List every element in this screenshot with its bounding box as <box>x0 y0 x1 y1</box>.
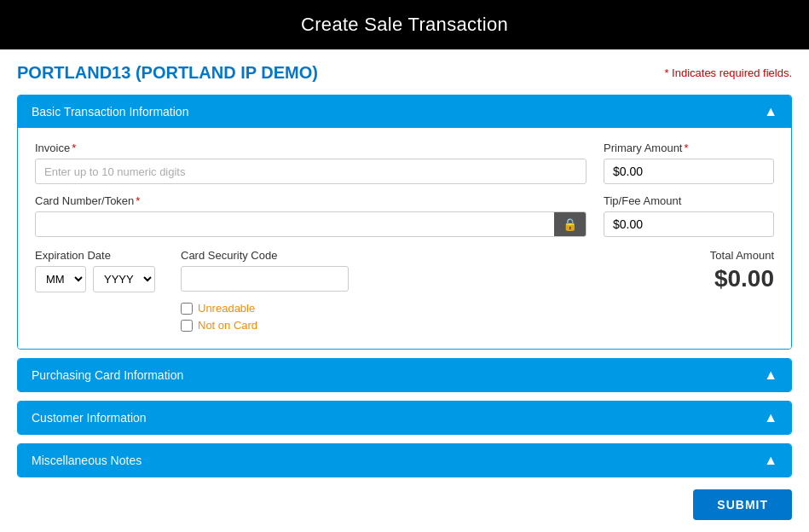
expiration-month-select[interactable]: MM 01 02 03 04 05 06 07 08 09 10 <box>35 266 86 292</box>
purchasing-section-title: Purchasing Card Information <box>32 368 183 382</box>
primary-amount-required-star: * <box>684 142 688 154</box>
customer-section-panel: Customer Information ▲ <box>17 401 792 435</box>
page-content: PORTLAND13 (PORTLAND IP DEMO) * Indicate… <box>0 49 809 532</box>
not-on-card-label: Not on Card <box>198 319 257 332</box>
total-amount-section: Total Amount $0.00 <box>604 249 774 292</box>
tip-fee-group: Tip/Fee Amount <box>604 194 774 237</box>
checkbox-group: Unreadable Not on Card <box>181 302 349 332</box>
lock-icon-button[interactable]: 🔒 <box>554 212 586 236</box>
not-on-card-checkbox[interactable] <box>181 320 193 332</box>
required-note: * Indicates required fields. <box>664 66 792 79</box>
card-number-group: Card Number/Token* 🔒 <box>35 194 587 237</box>
card-number-required-star: * <box>136 194 140 207</box>
expiration-cvv-area: Expiration Date MM 01 02 03 04 05 06 07 <box>35 249 604 332</box>
basic-section-header[interactable]: Basic Transaction Information ▲ <box>18 95 791 128</box>
tip-fee-label: Tip/Fee Amount <box>604 194 774 207</box>
unreadable-checkbox-label[interactable]: Unreadable <box>181 302 349 315</box>
not-on-card-checkbox-label[interactable]: Not on Card <box>181 319 349 332</box>
card-input-wrapper: 🔒 <box>35 211 587 237</box>
invoice-required-star: * <box>72 142 76 154</box>
card-tip-row: Card Number/Token* 🔒 Tip/Fee Amount <box>35 194 774 237</box>
customer-section-chevron: ▲ <box>764 410 777 425</box>
basic-section-panel: Basic Transaction Information ▲ Invoice*… <box>17 95 792 350</box>
unreadable-label: Unreadable <box>198 302 255 315</box>
submit-button[interactable]: SUBMIT <box>693 489 792 520</box>
invoice-label: Invoice* <box>35 142 587 154</box>
cvv-input[interactable] <box>181 266 349 292</box>
submit-row: SUBMIT <box>17 489 792 520</box>
bottom-form-row: Expiration Date MM 01 02 03 04 05 06 07 <box>35 249 774 332</box>
tip-fee-input[interactable] <box>604 211 774 237</box>
unreadable-checkbox[interactable] <box>181 303 193 315</box>
cvv-label: Card Security Code <box>181 249 349 262</box>
total-amount-label: Total Amount <box>710 249 774 262</box>
customer-section-title: Customer Information <box>32 411 147 425</box>
misc-section-title: Miscellaneous Notes <box>32 454 142 467</box>
purchasing-section-chevron: ▲ <box>764 367 777 383</box>
primary-amount-group: Primary Amount* <box>604 142 774 184</box>
misc-section-chevron: ▲ <box>764 453 777 468</box>
primary-amount-input[interactable] <box>604 159 774 184</box>
primary-amount-label: Primary Amount* <box>604 142 774 154</box>
card-number-label: Card Number/Token* <box>35 194 587 207</box>
customer-section-header[interactable]: Customer Information ▲ <box>18 402 791 434</box>
page-title: Create Sale Transaction <box>301 14 508 35</box>
invoice-group: Invoice* <box>35 142 587 184</box>
basic-section-body: Invoice* Primary Amount* Card Num <box>18 128 791 349</box>
misc-section-header[interactable]: Miscellaneous Notes ▲ <box>18 444 791 477</box>
expiration-label: Expiration Date <box>35 249 155 262</box>
location-title: PORTLAND13 (PORTLAND IP DEMO) <box>17 63 318 83</box>
top-row: PORTLAND13 (PORTLAND IP DEMO) * Indicate… <box>17 63 792 83</box>
invoice-amount-row: Invoice* Primary Amount* <box>35 142 774 184</box>
total-amount-value: $0.00 <box>714 265 774 292</box>
card-number-input[interactable] <box>36 212 554 236</box>
purchasing-section-header[interactable]: Purchasing Card Information ▲ <box>18 359 791 391</box>
invoice-input[interactable] <box>35 159 587 184</box>
expiration-selects: MM 01 02 03 04 05 06 07 08 09 10 <box>35 266 155 292</box>
misc-section-panel: Miscellaneous Notes ▲ <box>17 443 792 477</box>
required-text: Indicates required fields. <box>668 66 792 79</box>
expiration-group: Expiration Date MM 01 02 03 04 05 06 07 <box>35 249 155 292</box>
purchasing-section-panel: Purchasing Card Information ▲ <box>17 358 792 392</box>
cvv-section: Card Security Code Unreadable Not on Car… <box>181 249 349 332</box>
expiration-year-select[interactable]: YYYY 2024 2025 2026 2027 2028 2029 2030 <box>93 266 155 292</box>
page-header: Create Sale Transaction <box>0 0 809 49</box>
cvv-group: Card Security Code <box>181 249 349 292</box>
basic-section-chevron: ▲ <box>764 104 777 119</box>
basic-section-title: Basic Transaction Information <box>32 105 188 119</box>
